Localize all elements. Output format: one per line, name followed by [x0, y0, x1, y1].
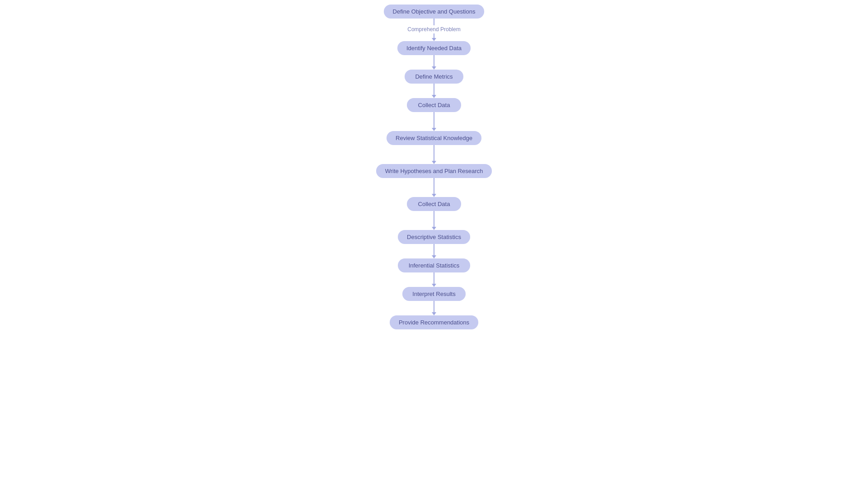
- line-2: [434, 33, 434, 38]
- line-1: [434, 19, 434, 25]
- line-4: [434, 84, 434, 95]
- arrow-9: [432, 284, 436, 287]
- arrow-4: [432, 128, 436, 131]
- arrow-6: [432, 194, 436, 197]
- node-write-hypotheses[interactable]: Write Hypotheses and Plan Research: [376, 164, 492, 178]
- connector-comprehend: Comprehend Problem: [407, 19, 460, 41]
- connector-3: [432, 112, 436, 131]
- line-11: [434, 301, 434, 312]
- node-inferential-statistics[interactable]: Inferential Statistics: [398, 258, 470, 272]
- node-descriptive-statistics[interactable]: Descriptive Statistics: [398, 230, 470, 244]
- diagram-container: Define Objective and Questions Comprehen…: [0, 0, 868, 488]
- line-5: [434, 112, 434, 128]
- arrow-8: [432, 255, 436, 258]
- arrow-2: [432, 66, 436, 70]
- node-collect-data-2[interactable]: Collect Data: [407, 197, 461, 211]
- connector-7: [432, 244, 436, 258]
- connector-2: [432, 84, 436, 98]
- arrow-5: [432, 161, 436, 164]
- line-6: [434, 145, 434, 161]
- arrow-3: [432, 95, 436, 98]
- arrow-7: [432, 227, 436, 230]
- node-review-statistical[interactable]: Review Statistical Knowledge: [387, 131, 481, 145]
- connector-5: [432, 178, 436, 197]
- label-comprehend-problem: Comprehend Problem: [407, 25, 460, 33]
- node-define-objective[interactable]: Define Objective and Questions: [384, 5, 485, 19]
- line-3: [434, 55, 434, 66]
- node-define-metrics[interactable]: Define Metrics: [405, 70, 463, 84]
- flowchart: Define Objective and Questions Comprehen…: [376, 5, 492, 329]
- arrow-10: [432, 312, 436, 315]
- connector-4: [432, 145, 436, 164]
- node-interpret-results[interactable]: Interpret Results: [402, 287, 466, 301]
- line-8: [434, 211, 434, 227]
- line-7: [434, 178, 434, 194]
- node-identify-needed-data[interactable]: Identify Needed Data: [397, 41, 471, 55]
- connector-8: [432, 272, 436, 287]
- line-9: [434, 244, 434, 255]
- connector-1: [432, 55, 436, 70]
- arrow-1: [432, 38, 436, 41]
- node-collect-data-1[interactable]: Collect Data: [407, 98, 461, 112]
- connector-9: [432, 301, 436, 315]
- connector-6: [432, 211, 436, 230]
- node-provide-recommendations[interactable]: Provide Recommendations: [390, 315, 478, 329]
- line-10: [434, 272, 434, 284]
